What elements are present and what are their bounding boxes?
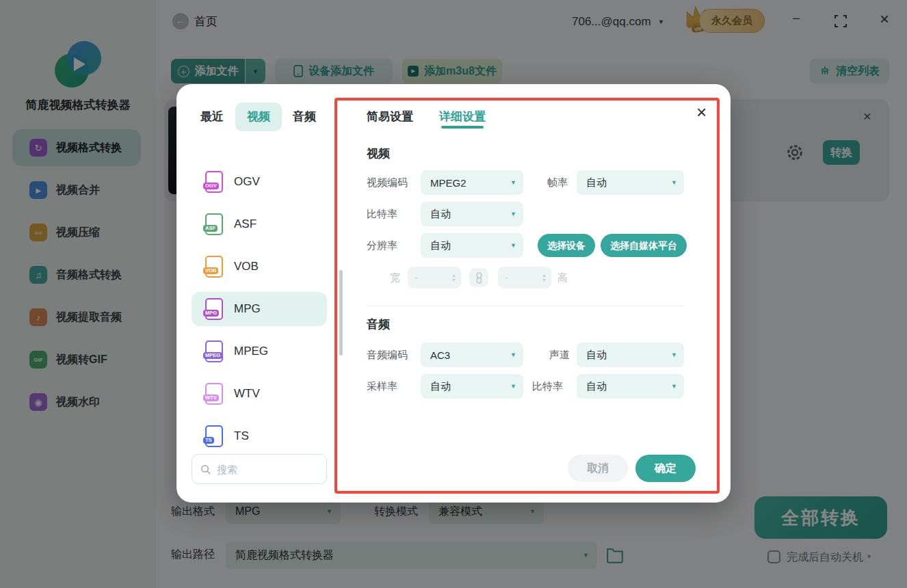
format-name: OGV	[234, 175, 260, 189]
resolution-value: 自动	[430, 239, 451, 252]
audio-codec-label: 音频编码	[367, 343, 408, 367]
format-item-ogv[interactable]: OGV OGV	[192, 165, 327, 199]
height-stepper[interactable]: - ▲▼	[498, 267, 551, 289]
format-ext-badge: OGV	[203, 183, 219, 190]
format-search-box	[192, 454, 327, 484]
active-tab-underline	[441, 126, 484, 129]
format-list-scrollbar[interactable]	[339, 270, 343, 356]
format-ext-badge: VOB	[203, 267, 218, 275]
chevron-down-icon: ▼	[510, 211, 516, 217]
stepper-arrows-icon[interactable]: ▲▼	[451, 273, 456, 282]
video-codec-select[interactable]: MPEG2 ▼	[421, 170, 523, 195]
resolution-label: 分辨率	[367, 233, 397, 258]
link-icon	[475, 272, 484, 284]
audio-bitrate-select[interactable]: 自动 ▼	[577, 374, 684, 399]
format-item-asf[interactable]: ASF ASF	[192, 207, 327, 241]
format-name: MPEG	[234, 345, 268, 358]
cancel-button[interactable]: 取消	[568, 455, 628, 482]
audio-bitrate-value: 自动	[586, 380, 607, 393]
format-item-mpg-selected[interactable]: MPG MPG	[192, 292, 327, 326]
file-format-icon: MPEG	[205, 340, 223, 362]
search-input[interactable]	[215, 463, 311, 476]
height-label: 高	[557, 266, 568, 289]
width-label: 宽	[390, 266, 400, 289]
tab-detailed-settings[interactable]: 详细设置	[439, 107, 486, 127]
search-icon	[200, 464, 211, 475]
format-name: TS	[234, 429, 249, 443]
video-bitrate-label: 比特率	[367, 202, 397, 226]
width-value: -	[415, 272, 418, 283]
format-ext-badge: WTV	[203, 395, 219, 402]
tab-recent[interactable]: 最近	[200, 107, 224, 127]
chevron-down-icon: ▼	[510, 242, 516, 249]
format-item-wtv[interactable]: WTV WTV	[192, 377, 327, 411]
chevron-down-icon: ▼	[510, 351, 516, 358]
audio-codec-select[interactable]: AC3 ▼	[421, 343, 523, 367]
format-settings-modal: 最近 视频 音频 OGV OGV ASF ASF VOB VOB MPG MPG…	[176, 84, 731, 503]
chevron-down-icon: ▼	[671, 351, 677, 358]
format-item-ts[interactable]: TS TS	[192, 419, 327, 453]
channel-value: 自动	[586, 349, 607, 362]
samplerate-select[interactable]: 自动 ▼	[421, 374, 523, 399]
section-divider	[367, 306, 684, 306]
file-format-icon: ASF	[205, 213, 223, 235]
file-format-icon: TS	[205, 425, 223, 447]
samplerate-value: 自动	[430, 380, 451, 393]
samplerate-label: 采样率	[367, 374, 397, 399]
stepper-arrows-icon[interactable]: ▲▼	[542, 273, 547, 282]
framerate-value: 自动	[586, 176, 607, 189]
format-ext-badge: MPEG	[203, 352, 222, 360]
video-codec-value: MPEG2	[430, 177, 466, 189]
tab-audio[interactable]: 音频	[293, 107, 316, 127]
height-value: -	[505, 272, 508, 283]
tab-video[interactable]: 视频	[235, 103, 282, 131]
chevron-down-icon: ▼	[510, 179, 516, 186]
tab-simple-settings[interactable]: 简易设置	[367, 107, 413, 127]
aspect-link-toggle[interactable]	[469, 268, 488, 287]
audio-section-heading: 音频	[367, 317, 390, 332]
chevron-down-icon: ▼	[510, 383, 516, 390]
framerate-select[interactable]: 自动 ▼	[577, 170, 684, 195]
app-window: 简鹿视频格式转换器 ↻ 视频格式转换 ▶ 视频合并 »« 视频压缩 ♫ 音频格式…	[0, 0, 907, 588]
format-item-vob[interactable]: VOB VOB	[192, 250, 327, 284]
channel-select[interactable]: 自动 ▼	[577, 343, 684, 367]
video-bitrate-value: 自动	[430, 208, 451, 221]
format-name: WTV	[234, 387, 260, 401]
file-format-icon: MPG	[205, 298, 223, 320]
chevron-down-icon: ▼	[671, 383, 677, 390]
select-platform-button[interactable]: 选择自媒体平台	[601, 234, 687, 257]
format-name: ASF	[234, 217, 257, 231]
format-name: MPG	[234, 302, 261, 316]
framerate-label: 帧率	[547, 170, 568, 195]
close-modal-icon[interactable]: ×	[696, 103, 707, 121]
audio-bitrate-label: 比特率	[532, 374, 563, 399]
file-format-icon: WTV	[205, 383, 223, 405]
width-stepper[interactable]: - ▲▼	[408, 267, 461, 289]
channel-label: 声道	[549, 343, 570, 367]
format-ext-badge: ASF	[203, 225, 218, 232]
chevron-down-icon: ▼	[671, 179, 677, 186]
confirm-button[interactable]: 确定	[635, 455, 696, 482]
format-item-mpeg[interactable]: MPEG MPEG	[192, 334, 327, 369]
video-section-heading: 视频	[367, 146, 390, 161]
video-codec-label: 视频编码	[367, 170, 408, 195]
format-ext-badge: MPG	[203, 310, 219, 317]
select-device-button[interactable]: 选择设备	[538, 234, 595, 257]
video-bitrate-select[interactable]: 自动 ▼	[421, 202, 523, 226]
format-ext-badge: TS	[203, 437, 214, 444]
file-format-icon: VOB	[205, 256, 223, 278]
resolution-select[interactable]: 自动 ▼	[421, 233, 523, 258]
format-name: VOB	[234, 260, 259, 273]
audio-codec-value: AC3	[430, 349, 450, 361]
file-format-icon: OGV	[205, 171, 223, 193]
